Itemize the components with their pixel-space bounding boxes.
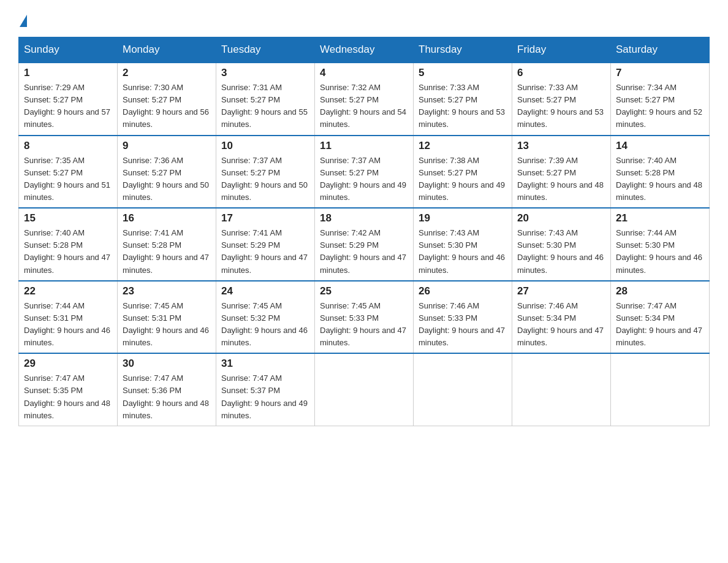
- calendar-cell: 17Sunrise: 7:41 AMSunset: 5:29 PMDayligh…: [216, 208, 315, 281]
- calendar-cell: [611, 353, 710, 426]
- page-header: [18, 12, 710, 25]
- calendar-cell: 13Sunrise: 7:39 AMSunset: 5:27 PMDayligh…: [512, 136, 611, 209]
- day-number: 18: [320, 212, 408, 224]
- day-number: 17: [221, 212, 309, 224]
- day-info: Sunrise: 7:37 AMSunset: 5:27 PMDaylight:…: [320, 155, 408, 204]
- day-number: 13: [517, 140, 605, 152]
- header-thursday: Thursday: [414, 37, 512, 63]
- day-info: Sunrise: 7:33 AMSunset: 5:27 PMDaylight:…: [419, 82, 507, 131]
- day-info: Sunrise: 7:43 AMSunset: 5:30 PMDaylight:…: [419, 227, 507, 277]
- calendar-cell: 9Sunrise: 7:36 AMSunset: 5:27 PMDaylight…: [118, 136, 216, 209]
- day-number: 10: [221, 140, 309, 152]
- day-info: Sunrise: 7:32 AMSunset: 5:27 PMDaylight:…: [320, 82, 408, 131]
- calendar-cell: 12Sunrise: 7:38 AMSunset: 5:27 PMDayligh…: [414, 136, 512, 209]
- calendar-cell: 19Sunrise: 7:43 AMSunset: 5:30 PMDayligh…: [414, 208, 512, 281]
- calendar-cell: 20Sunrise: 7:43 AMSunset: 5:30 PMDayligh…: [512, 208, 611, 281]
- day-number: 15: [24, 212, 112, 224]
- day-number: 28: [616, 285, 704, 297]
- calendar-cell: 31Sunrise: 7:47 AMSunset: 5:37 PMDayligh…: [216, 353, 315, 426]
- day-number: 19: [419, 212, 507, 224]
- day-info: Sunrise: 7:36 AMSunset: 5:27 PMDaylight:…: [123, 155, 211, 204]
- day-number: 24: [221, 285, 309, 297]
- day-number: 26: [419, 285, 507, 297]
- logo-triangle-icon: [20, 15, 27, 27]
- day-info: Sunrise: 7:42 AMSunset: 5:29 PMDaylight:…: [320, 227, 408, 277]
- calendar-cell: 6Sunrise: 7:33 AMSunset: 5:27 PMDaylight…: [512, 63, 611, 136]
- calendar-cell: 3Sunrise: 7:31 AMSunset: 5:27 PMDaylight…: [216, 63, 315, 136]
- day-info: Sunrise: 7:47 AMSunset: 5:35 PMDaylight:…: [24, 372, 112, 422]
- day-number: 31: [221, 358, 309, 370]
- calendar-cell: [315, 353, 414, 426]
- week-row-1: 1Sunrise: 7:29 AMSunset: 5:27 PMDaylight…: [19, 63, 710, 136]
- week-row-2: 8Sunrise: 7:35 AMSunset: 5:27 PMDaylight…: [19, 136, 710, 209]
- day-number: 5: [419, 67, 507, 79]
- day-info: Sunrise: 7:45 AMSunset: 5:33 PMDaylight:…: [320, 300, 408, 350]
- day-info: Sunrise: 7:41 AMSunset: 5:28 PMDaylight:…: [123, 227, 211, 277]
- day-info: Sunrise: 7:47 AMSunset: 5:37 PMDaylight:…: [221, 372, 309, 422]
- week-row-3: 15Sunrise: 7:40 AMSunset: 5:28 PMDayligh…: [19, 208, 710, 281]
- day-number: 14: [616, 140, 704, 152]
- day-number: 20: [517, 212, 605, 224]
- day-number: 8: [24, 140, 112, 152]
- header-tuesday: Tuesday: [216, 37, 315, 63]
- calendar-cell: 4Sunrise: 7:32 AMSunset: 5:27 PMDaylight…: [315, 63, 414, 136]
- calendar-cell: 7Sunrise: 7:34 AMSunset: 5:27 PMDaylight…: [611, 63, 710, 136]
- day-number: 21: [616, 212, 704, 224]
- week-row-5: 29Sunrise: 7:47 AMSunset: 5:35 PMDayligh…: [19, 353, 710, 426]
- calendar-cell: 16Sunrise: 7:41 AMSunset: 5:28 PMDayligh…: [118, 208, 216, 281]
- day-info: Sunrise: 7:38 AMSunset: 5:27 PMDaylight:…: [419, 155, 507, 204]
- day-info: Sunrise: 7:47 AMSunset: 5:34 PMDaylight:…: [616, 300, 704, 350]
- day-number: 29: [24, 358, 112, 370]
- day-info: Sunrise: 7:39 AMSunset: 5:27 PMDaylight:…: [517, 155, 605, 204]
- day-info: Sunrise: 7:43 AMSunset: 5:30 PMDaylight:…: [517, 227, 605, 277]
- day-info: Sunrise: 7:45 AMSunset: 5:32 PMDaylight:…: [221, 300, 309, 350]
- day-info: Sunrise: 7:40 AMSunset: 5:28 PMDaylight:…: [616, 155, 704, 204]
- day-info: Sunrise: 7:47 AMSunset: 5:36 PMDaylight:…: [123, 372, 211, 422]
- day-number: 1: [24, 67, 112, 79]
- header-monday: Monday: [118, 37, 216, 63]
- calendar-cell: 27Sunrise: 7:46 AMSunset: 5:34 PMDayligh…: [512, 281, 611, 354]
- day-info: Sunrise: 7:29 AMSunset: 5:27 PMDaylight:…: [24, 82, 112, 131]
- day-number: 30: [123, 358, 211, 370]
- calendar-cell: 2Sunrise: 7:30 AMSunset: 5:27 PMDaylight…: [118, 63, 216, 136]
- calendar-cell: 28Sunrise: 7:47 AMSunset: 5:34 PMDayligh…: [611, 281, 710, 354]
- calendar-cell: 10Sunrise: 7:37 AMSunset: 5:27 PMDayligh…: [216, 136, 315, 209]
- calendar-cell: 11Sunrise: 7:37 AMSunset: 5:27 PMDayligh…: [315, 136, 414, 209]
- day-info: Sunrise: 7:46 AMSunset: 5:33 PMDaylight:…: [419, 300, 507, 350]
- header-sunday: Sunday: [19, 37, 118, 63]
- day-info: Sunrise: 7:31 AMSunset: 5:27 PMDaylight:…: [221, 82, 309, 131]
- calendar-cell: 24Sunrise: 7:45 AMSunset: 5:32 PMDayligh…: [216, 281, 315, 354]
- day-info: Sunrise: 7:33 AMSunset: 5:27 PMDaylight:…: [517, 82, 605, 131]
- calendar-cell: 5Sunrise: 7:33 AMSunset: 5:27 PMDaylight…: [414, 63, 512, 136]
- day-number: 12: [419, 140, 507, 152]
- calendar-cell: 25Sunrise: 7:45 AMSunset: 5:33 PMDayligh…: [315, 281, 414, 354]
- day-number: 23: [123, 285, 211, 297]
- day-info: Sunrise: 7:35 AMSunset: 5:27 PMDaylight:…: [24, 155, 112, 204]
- day-number: 3: [221, 67, 309, 79]
- day-info: Sunrise: 7:46 AMSunset: 5:34 PMDaylight:…: [517, 300, 605, 350]
- day-number: 22: [24, 285, 112, 297]
- calendar-cell: 22Sunrise: 7:44 AMSunset: 5:31 PMDayligh…: [19, 281, 118, 354]
- day-number: 9: [123, 140, 211, 152]
- day-number: 25: [320, 285, 408, 297]
- day-info: Sunrise: 7:45 AMSunset: 5:31 PMDaylight:…: [123, 300, 211, 350]
- day-number: 4: [320, 67, 408, 79]
- week-row-4: 22Sunrise: 7:44 AMSunset: 5:31 PMDayligh…: [19, 281, 710, 354]
- day-info: Sunrise: 7:40 AMSunset: 5:28 PMDaylight:…: [24, 227, 112, 277]
- day-info: Sunrise: 7:34 AMSunset: 5:27 PMDaylight:…: [616, 82, 704, 131]
- day-number: 11: [320, 140, 408, 152]
- day-number: 16: [123, 212, 211, 224]
- calendar-cell: 8Sunrise: 7:35 AMSunset: 5:27 PMDaylight…: [19, 136, 118, 209]
- day-number: 6: [517, 67, 605, 79]
- logo: [18, 12, 28, 25]
- weekday-header-row: Sunday Monday Tuesday Wednesday Thursday…: [19, 37, 710, 63]
- calendar-cell: 29Sunrise: 7:47 AMSunset: 5:35 PMDayligh…: [19, 353, 118, 426]
- calendar-cell: 21Sunrise: 7:44 AMSunset: 5:30 PMDayligh…: [611, 208, 710, 281]
- calendar-cell: 26Sunrise: 7:46 AMSunset: 5:33 PMDayligh…: [414, 281, 512, 354]
- day-info: Sunrise: 7:41 AMSunset: 5:29 PMDaylight:…: [221, 227, 309, 277]
- calendar-table: Sunday Monday Tuesday Wednesday Thursday…: [18, 37, 710, 426]
- day-info: Sunrise: 7:30 AMSunset: 5:27 PMDaylight:…: [123, 82, 211, 131]
- day-info: Sunrise: 7:37 AMSunset: 5:27 PMDaylight:…: [221, 155, 309, 204]
- day-info: Sunrise: 7:44 AMSunset: 5:30 PMDaylight:…: [616, 227, 704, 277]
- day-number: 7: [616, 67, 704, 79]
